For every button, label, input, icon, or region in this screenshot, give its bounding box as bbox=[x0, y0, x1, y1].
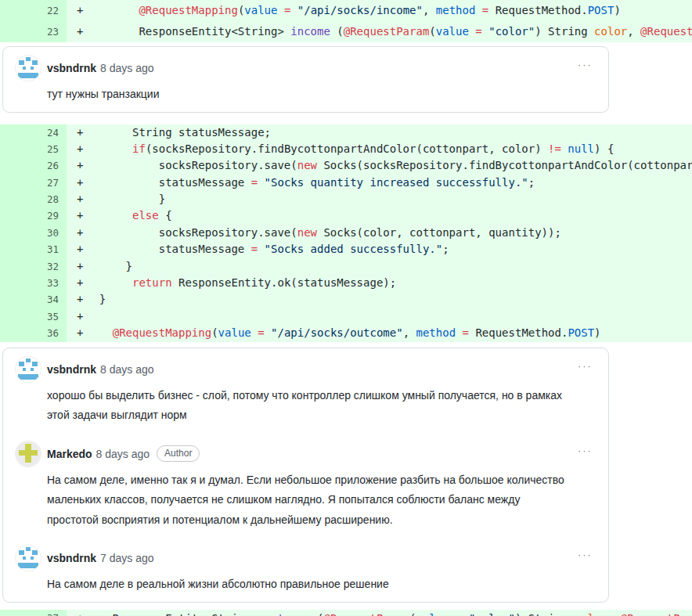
code-line-content: + statusMessage = "Socks quantity increa… bbox=[67, 175, 692, 191]
diff-add-marker: + bbox=[77, 275, 86, 291]
line-number[interactable]: 35 bbox=[0, 308, 67, 325]
diff-added-line-31: 31+ statusMessage = "Socks added success… bbox=[0, 241, 692, 258]
code-token: outcome bbox=[265, 612, 311, 616]
diff-add-marker: + bbox=[77, 610, 86, 616]
code-token: } bbox=[86, 293, 106, 305]
line-number[interactable]: 29 bbox=[0, 207, 67, 224]
comment-header: Markedo8 days agoAuthor bbox=[16, 441, 596, 467]
code-token: = bbox=[258, 326, 264, 339]
code-token bbox=[86, 142, 132, 155]
line-number[interactable]: 24 bbox=[0, 124, 67, 141]
comment-timestamp-link[interactable]: 8 days ago bbox=[96, 448, 150, 460]
comment-timestamp-link[interactable]: 8 days ago bbox=[100, 363, 154, 376]
code-line-content: + } bbox=[67, 191, 692, 207]
code-line-content: + return ResponseEntity.ok(statusMessage… bbox=[67, 275, 692, 291]
code-token: value bbox=[218, 326, 251, 339]
code-token: income bbox=[290, 25, 330, 38]
line-number[interactable]: 28 bbox=[0, 191, 67, 207]
line-number[interactable]: 23 bbox=[0, 21, 67, 42]
code-token: return bbox=[132, 276, 172, 289]
code-token: , bbox=[607, 612, 621, 616]
code-token: , bbox=[627, 25, 640, 38]
code-token: (socksRepository.findBycottonpartAndColo… bbox=[146, 142, 548, 155]
diff-add-marker: + bbox=[77, 175, 86, 191]
diff-added-line-26: 26+ socksRepository.save(new Socks(socks… bbox=[0, 157, 692, 174]
code-token: "/api/socks/outcome" bbox=[271, 326, 403, 339]
code-token bbox=[449, 612, 456, 616]
line-number[interactable]: 37 bbox=[0, 610, 67, 616]
code-token: ) String bbox=[515, 612, 575, 616]
diff-added-line-25: 25+ if(socksRepository.findBycottonpartA… bbox=[0, 141, 692, 157]
line-number[interactable]: 34 bbox=[0, 291, 67, 308]
diff-added-line-23: 23+ ResponseEntity<String> income (@Requ… bbox=[0, 21, 692, 42]
comment-header: vsbndrnk8 days ago bbox=[16, 357, 596, 382]
line-number[interactable]: 31 bbox=[0, 241, 67, 258]
code-token: POST bbox=[568, 326, 594, 339]
diff-add-marker: + bbox=[77, 291, 86, 308]
code-token: "Socks added successfully." bbox=[265, 243, 443, 255]
review-comment: vsbndrnk7 days ago···На самом деле в реа… bbox=[3, 537, 608, 602]
line-number[interactable]: 33 bbox=[0, 275, 67, 291]
code-token bbox=[475, 4, 481, 16]
code-token: "color" bbox=[488, 25, 535, 38]
comment-author-link[interactable]: vsbndrnk bbox=[47, 363, 96, 376]
comment-timestamp-link[interactable]: 7 days ago bbox=[100, 552, 154, 564]
diff-added-line-32: 32+ } bbox=[0, 258, 692, 275]
diff-add-marker: + bbox=[77, 225, 86, 241]
code-token: @RequestParam bbox=[344, 25, 430, 38]
line-number[interactable]: 36 bbox=[0, 325, 67, 341]
code-token bbox=[265, 326, 271, 339]
kebab-menu-icon[interactable]: ··· bbox=[578, 447, 593, 456]
line-number[interactable]: 22 bbox=[0, 0, 67, 21]
avatar-identicon-vsbndrnk[interactable] bbox=[16, 357, 41, 382]
diff-add-marker: + bbox=[77, 141, 86, 157]
line-number[interactable]: 27 bbox=[0, 175, 67, 191]
diff-added-line-33: 33+ return ResponseEntity.ok(statusMessa… bbox=[0, 275, 692, 291]
code-token: , bbox=[423, 4, 436, 16]
comment-body: тут нужны транзакции bbox=[47, 85, 565, 105]
code-line-content: + String statusMessage; bbox=[67, 124, 692, 141]
code-token: @RequestParam bbox=[621, 612, 692, 616]
review-comment: vsbndrnk8 days ago···тут нужны транзакци… bbox=[3, 47, 608, 112]
code-token: else bbox=[132, 209, 159, 222]
code-token: RequestMethod. bbox=[488, 4, 587, 16]
avatar-identicon-vsbndrnk[interactable] bbox=[16, 56, 41, 81]
code-token: , bbox=[403, 326, 416, 339]
code-token: = bbox=[463, 326, 469, 339]
code-token: @RequestParam bbox=[323, 612, 409, 616]
avatar-identicon-vsbndrnk[interactable] bbox=[16, 546, 41, 571]
comment-author-link[interactable]: vsbndrnk bbox=[47, 552, 96, 564]
line-number[interactable]: 25 bbox=[0, 141, 67, 157]
avatar-identicon-markedo[interactable] bbox=[16, 441, 41, 467]
diff-add-marker: + bbox=[77, 207, 86, 224]
code-token: = bbox=[456, 612, 462, 616]
code-line-content: + statusMessage = "Socks added successfu… bbox=[67, 241, 692, 258]
code-token: @RequestParam bbox=[640, 25, 692, 38]
diff-added-line-34: 34+ } bbox=[0, 291, 692, 308]
diff-add-marker: + bbox=[77, 241, 86, 258]
comment-timestamp-link[interactable]: 8 days ago bbox=[100, 62, 154, 74]
kebab-menu-icon[interactable]: ··· bbox=[578, 362, 593, 371]
code-line-content: + bbox=[67, 308, 692, 325]
line-number[interactable]: 30 bbox=[0, 225, 67, 241]
diff-added-line-29: 29+ else { bbox=[0, 207, 692, 224]
comment-author-link[interactable]: Markedo bbox=[47, 448, 92, 460]
line-number[interactable]: 32 bbox=[0, 258, 67, 275]
comment-body: На самом деле в реальной жизни абсолютно… bbox=[47, 575, 565, 595]
code-token bbox=[258, 243, 264, 255]
diff-add-marker: + bbox=[77, 325, 86, 341]
comment-header: vsbndrnk7 days ago bbox=[16, 546, 596, 571]
comment-body: На самом деле, именно так я и думал. Есл… bbox=[47, 470, 565, 531]
code-token: ) { bbox=[594, 142, 614, 155]
code-token: ) bbox=[594, 326, 600, 339]
comment-author-link[interactable]: vsbndrnk bbox=[47, 62, 96, 74]
line-number[interactable]: 26 bbox=[0, 157, 67, 174]
code-token: value bbox=[244, 4, 277, 16]
kebab-menu-icon[interactable]: ··· bbox=[578, 61, 593, 70]
kebab-menu-icon[interactable]: ··· bbox=[578, 551, 593, 560]
diff-added-line-30: 30+ socksRepository.save(new Socks(color… bbox=[0, 225, 692, 241]
code-token: ResponseEntity<String> bbox=[86, 612, 265, 616]
code-token: socksRepository.save( bbox=[86, 159, 297, 171]
code-token: Socks(color, cottonpart, quantity)); bbox=[317, 226, 561, 239]
diff-added-line-35: 35+ bbox=[0, 308, 692, 325]
